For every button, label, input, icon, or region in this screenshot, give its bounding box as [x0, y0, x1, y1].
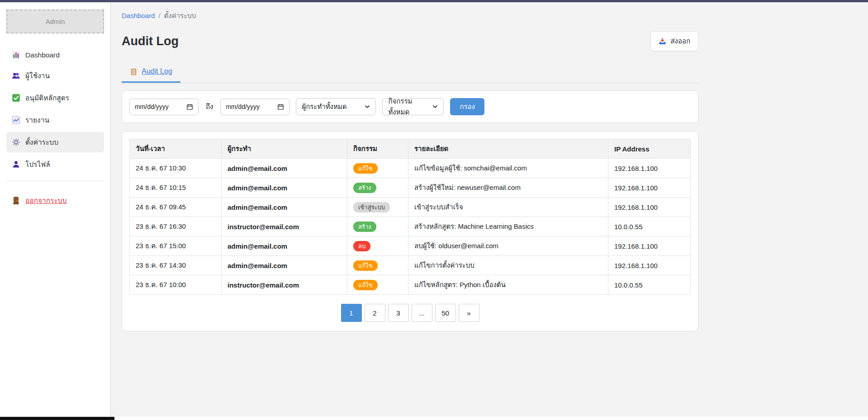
export-button[interactable]: ส่งออก: [650, 31, 698, 51]
sidebar-item-system-settings[interactable]: ตั้งค่าระบบ: [6, 132, 104, 152]
cell-datetime: 24 ธ.ค. 67 10:15: [130, 178, 222, 198]
pagination-ellipsis: ...: [412, 304, 432, 322]
cell-datetime: 23 ธ.ค. 67 10:00: [130, 275, 222, 295]
date-from-input[interactable]: mm/dd/yyyy: [129, 99, 199, 115]
sidebar-item-label: Dashboard: [25, 51, 60, 59]
breadcrumb-separator: /: [158, 12, 160, 19]
window-bottom-edge: [0, 417, 868, 420]
brand-placeholder: Admin: [6, 9, 104, 33]
cell-datetime: 23 ธ.ค. 67 16:30: [130, 217, 222, 236]
date-to-value: mm/dd/yyyy: [226, 103, 260, 110]
date-to-input[interactable]: mm/dd/yyyy: [220, 99, 289, 115]
cell-actor: instructor@email.com: [222, 217, 347, 236]
date-range-to-label: ถึง: [206, 101, 213, 112]
sidebar-item-dashboard[interactable]: Dashboard: [6, 46, 104, 64]
user-icon: [12, 160, 20, 169]
cell-details: สร้างผู้ใช้ใหม่: newuser@email.com: [408, 178, 608, 198]
activity-badge: แก้ไข: [353, 163, 378, 174]
table-row: 24 ธ.ค. 67 09:45 admin@email.com เข้าสู่…: [130, 198, 691, 217]
sidebar-item-reports[interactable]: รายงาน: [6, 110, 104, 130]
activity-badge: ลบ: [353, 241, 370, 251]
table-row: 23 ธ.ค. 67 10:00 instructor@email.com แก…: [130, 275, 691, 295]
column-header-datetime: วันที่-เวลา: [130, 139, 222, 159]
activity-badge: เข้าสู่ระบบ: [353, 202, 390, 212]
filter-panel: mm/dd/yyyy ถึง mm/dd/yyyy ผู้กระทำทั้งหม…: [122, 90, 698, 123]
door-icon: [12, 196, 20, 205]
cell-ip: 10.0.0.55: [608, 275, 691, 295]
cell-details: สร้างหลักสูตร: Machine Learning Basics: [408, 217, 608, 236]
sidebar-divider: [6, 181, 104, 181]
table-row: 24 ธ.ค. 67 10:30 admin@email.com แก้ไข แ…: [130, 159, 691, 178]
cell-ip: 192.168.1.100: [608, 178, 691, 198]
cell-activity: สร้าง: [347, 178, 408, 198]
column-header-details: รายละเอียด: [408, 139, 608, 159]
sidebar-item-label: รายงาน: [25, 114, 49, 126]
chevron-down-icon: [432, 105, 438, 109]
activity-select[interactable]: กิจกรรมทั้งหมด: [382, 98, 444, 115]
audit-log-table: วันที่-เวลา ผู้กระทำ กิจกรรม รายละเอียด …: [129, 139, 691, 295]
pagination-page-50[interactable]: 50: [435, 304, 456, 322]
breadcrumb-dashboard-link[interactable]: Dashboard: [122, 12, 155, 19]
download-tray-icon: [659, 38, 666, 45]
cell-actor: admin@email.com: [222, 159, 347, 178]
check-icon: [12, 94, 20, 102]
cell-ip: 192.168.1.100: [608, 198, 691, 217]
cell-actor: admin@email.com: [222, 236, 347, 256]
line-chart-icon: [12, 116, 20, 124]
cell-details: แก้ไขการตั้งค่าระบบ: [408, 256, 608, 275]
cell-activity: แก้ไข: [347, 159, 408, 178]
logout-label: ออกจากระบบ: [25, 195, 67, 206]
actor-select[interactable]: ผู้กระทำทั้งหมด: [296, 98, 376, 115]
sidebar-item-label: ผู้ใช้งาน: [25, 70, 50, 81]
pagination-page-3[interactable]: 3: [388, 304, 409, 322]
cell-details: แก้ไขหลักสูตร: Python เบื้องต้น: [408, 275, 608, 295]
cell-activity: แก้ไข: [347, 275, 408, 295]
cell-details: เข้าสู่ระบบสำเร็จ: [408, 198, 608, 217]
cell-ip: 192.168.1.100: [608, 159, 691, 178]
cell-activity: เข้าสู่ระบบ: [347, 198, 408, 217]
sidebar-item-users[interactable]: ผู้ใช้งาน: [6, 66, 104, 86]
cell-datetime: 24 ธ.ค. 67 10:30: [130, 159, 222, 178]
cell-ip: 192.168.1.100: [608, 236, 691, 256]
column-header-ip: IP Address: [608, 139, 691, 159]
activity-badge: สร้าง: [353, 183, 376, 193]
sidebar-item-course-approval[interactable]: อนุมัติหลักสูตร: [6, 88, 104, 108]
export-button-label: ส่งออก: [670, 36, 690, 47]
brand-label: Admin: [46, 18, 65, 25]
table-row: 24 ธ.ค. 67 10:15 admin@email.com สร้าง ส…: [130, 178, 691, 198]
cell-activity: สร้าง: [347, 217, 408, 236]
sidebar-item-label: ตั้งค่าระบบ: [25, 137, 58, 148]
sidebar-item-label: โปรไฟล์: [25, 159, 50, 170]
cell-actor: admin@email.com: [222, 256, 347, 275]
logout-link[interactable]: ออกจากระบบ: [6, 191, 104, 210]
cell-ip: 192.168.1.100: [608, 256, 691, 275]
table-row: 23 ธ.ค. 67 16:30 instructor@email.com สร…: [130, 217, 691, 236]
breadcrumb-current: ตั้งค่าระบบ: [164, 12, 196, 19]
activity-select-value: กิจกรรมทั้งหมด: [388, 96, 427, 118]
sidebar: Admin Dashboard ผู้ใช้งาน อนุมัติหลักสูต…: [0, 2, 111, 417]
column-header-actor: ผู้กระทำ: [222, 139, 347, 159]
filter-button[interactable]: กรอง: [450, 98, 484, 115]
calendar-icon: [277, 104, 284, 110]
cell-datetime: 24 ธ.ค. 67 09:45: [130, 198, 222, 217]
cell-actor: instructor@email.com: [222, 275, 347, 295]
date-from-value: mm/dd/yyyy: [135, 103, 169, 110]
cell-activity: แก้ไข: [347, 256, 408, 275]
page-title: Audit Log: [122, 34, 179, 48]
activity-badge: แก้ไข: [353, 280, 378, 290]
breadcrumb: Dashboard/ตั้งค่าระบบ: [122, 10, 698, 21]
column-header-activity: กิจกรรม: [347, 139, 408, 159]
sidebar-item-profile[interactable]: โปรไฟล์: [6, 154, 104, 175]
tab-label: Audit Log: [142, 67, 172, 76]
tab-bar: Audit Log: [122, 64, 698, 83]
main-area: Dashboard/ตั้งค่าระบบ Audit Log ส่งออก A…: [111, 2, 868, 417]
cell-details: แก้ไขข้อมูลผู้ใช้: somchai@email.com: [408, 159, 608, 178]
pagination: 1 2 3 ... 50 »: [129, 304, 691, 322]
bar-chart-icon: [12, 51, 20, 59]
cell-datetime: 23 ธ.ค. 67 15:00: [130, 236, 222, 256]
pagination-page-2[interactable]: 2: [365, 304, 385, 322]
cell-actor: admin@email.com: [222, 178, 347, 198]
tab-audit-log[interactable]: Audit Log: [122, 64, 180, 83]
pagination-page-1[interactable]: 1: [341, 304, 362, 322]
pagination-next-button[interactable]: »: [459, 304, 479, 322]
